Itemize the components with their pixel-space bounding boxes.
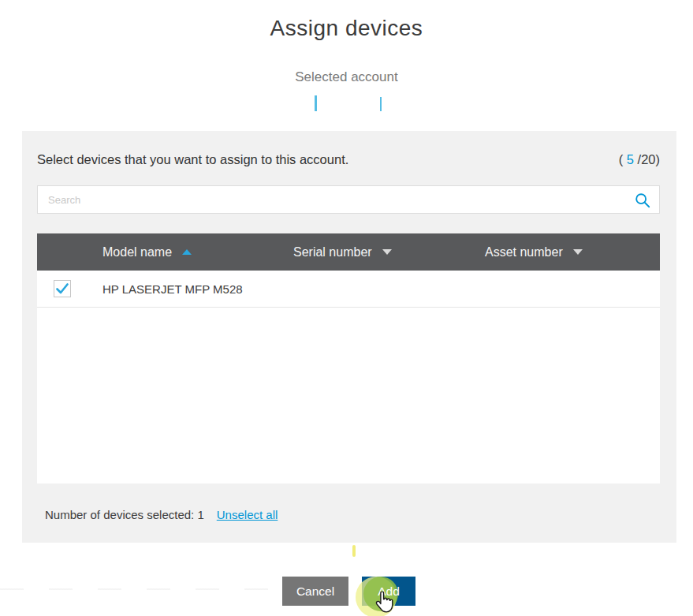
add-button-label: Add: [378, 584, 400, 598]
check-icon: [56, 283, 69, 294]
table-body: HP LASERJET MFP M528: [37, 271, 660, 483]
column-label: Model name: [102, 245, 172, 259]
cancel-button[interactable]: Cancel: [282, 577, 348, 606]
unselect-all-link[interactable]: Unselect all: [217, 508, 278, 521]
count-suffix: /20): [634, 152, 660, 166]
search-box: [37, 185, 660, 214]
column-header-model-name[interactable]: Model name: [102, 245, 293, 259]
device-count: ( 5 /20): [619, 152, 660, 167]
row-checkbox-cell: [37, 280, 102, 297]
selected-count-text: Number of devices selected: 1: [45, 508, 204, 521]
column-label: Serial number: [293, 245, 372, 259]
row-model-name: HP LASERJET MFP M528: [102, 282, 293, 296]
click-artifact: [352, 545, 356, 557]
instruction-text: Select devices that you want to assign t…: [37, 152, 348, 167]
table-row[interactable]: HP LASERJET MFP M528: [37, 271, 660, 308]
search-input[interactable]: [38, 186, 659, 213]
background-artifact: [0, 588, 278, 590]
assign-devices-dialog: Assign devices Selected account Select d…: [0, 0, 693, 616]
count-selected: 5: [627, 152, 634, 166]
table-header: Model name Serial number Asset number: [37, 233, 660, 271]
column-header-serial-number[interactable]: Serial number: [293, 245, 485, 259]
selection-summary: Number of devices selected: 1 Unselect a…: [45, 508, 278, 521]
search-icon[interactable]: [634, 192, 651, 209]
add-button[interactable]: Add: [362, 577, 415, 606]
row-checkbox[interactable]: [54, 280, 71, 297]
selected-account-value-redacted: [380, 97, 382, 111]
sort-desc-icon[interactable]: [382, 249, 392, 255]
selected-account-label: Selected account: [0, 69, 693, 85]
device-selection-panel: Select devices that you want to assign t…: [22, 131, 676, 543]
column-label: Asset number: [485, 245, 563, 259]
column-header-asset-number[interactable]: Asset number: [485, 245, 660, 259]
sort-asc-icon[interactable]: [182, 249, 192, 255]
page-title: Assign devices: [0, 16, 693, 41]
selected-account-value-redacted: [315, 95, 317, 111]
sort-desc-icon[interactable]: [573, 249, 583, 255]
count-prefix: (: [619, 152, 627, 166]
